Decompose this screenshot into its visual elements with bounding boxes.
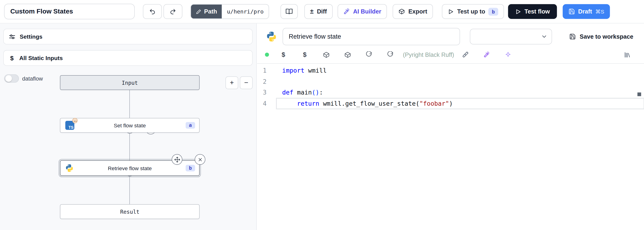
diff-button[interactable]: ± Diff bbox=[304, 4, 333, 19]
redo-button[interactable] bbox=[164, 4, 182, 19]
node-label: Retrieve flow state bbox=[60, 165, 199, 171]
windmill-flow-editor: Path u/henri/pro ± Diff AI Builder Expor… bbox=[0, 0, 644, 230]
zoom-out-button[interactable]: − bbox=[240, 76, 253, 89]
path-edit-button[interactable]: Path bbox=[191, 5, 222, 18]
result-node[interactable]: Result bbox=[60, 204, 200, 219]
save-to-workspace-label: Save to workspace bbox=[580, 33, 634, 40]
ai-builder-button[interactable]: AI Builder bbox=[338, 4, 387, 19]
settings-button[interactable]: Settings bbox=[3, 29, 253, 45]
flow-title-input[interactable] bbox=[4, 4, 135, 19]
step-editor-panel: Save to workspace $ $ (Pyright Black Ruf… bbox=[257, 24, 644, 230]
sparkles-icon bbox=[343, 8, 350, 15]
format-brush-button[interactable] bbox=[461, 50, 470, 59]
ai-wand-button[interactable] bbox=[482, 50, 491, 59]
move-node-button[interactable] bbox=[172, 154, 182, 165]
redo-icon bbox=[170, 8, 176, 15]
test-flow-label: Test flow bbox=[524, 8, 550, 15]
top-toolbar: Path u/henri/pro ± Diff AI Builder Expor… bbox=[0, 0, 644, 24]
draft-button[interactable]: Draft ⌘S bbox=[562, 4, 610, 19]
dollar-icon: $ bbox=[8, 55, 15, 62]
bun-icon bbox=[72, 118, 78, 123]
save-icon bbox=[569, 33, 576, 40]
node-badge: a bbox=[186, 122, 195, 128]
static-inputs-label: All Static Inputs bbox=[19, 55, 63, 61]
library-button[interactable] bbox=[622, 50, 632, 59]
play-icon bbox=[515, 8, 521, 15]
test-up-to-label: Test up to bbox=[457, 8, 485, 15]
typescript-icon: TS bbox=[66, 121, 74, 130]
overview-ruler-mark bbox=[638, 92, 641, 96]
step-header-row: Save to workspace bbox=[257, 24, 644, 48]
editor-toolbar: $ $ (Pyright Black Ruff) bbox=[257, 48, 644, 63]
book-icon bbox=[286, 8, 293, 15]
ai-sparkle-button[interactable] bbox=[504, 50, 512, 59]
dataflow-toggle-row: dataflow bbox=[4, 75, 43, 83]
path-group[interactable]: Path u/henri/pro bbox=[190, 4, 269, 19]
dataflow-toggle[interactable] bbox=[4, 75, 19, 83]
remove-node-button[interactable] bbox=[195, 154, 206, 165]
step-badge: b bbox=[488, 8, 498, 16]
path-label: Path bbox=[204, 8, 217, 15]
language-select[interactable] bbox=[470, 29, 552, 45]
test-up-to-button[interactable]: Test up to b bbox=[442, 4, 504, 19]
export-button[interactable]: Export bbox=[393, 4, 433, 19]
play-icon bbox=[448, 8, 454, 15]
python-icon bbox=[66, 164, 74, 172]
plus-minus-icon: ± bbox=[310, 8, 314, 15]
save-to-workspace-button[interactable]: Save to workspace bbox=[569, 33, 633, 40]
code-assistants-label: (Pyright Black Ruff) bbox=[403, 52, 454, 58]
ai-builder-label: AI Builder bbox=[353, 8, 381, 15]
docs-button[interactable] bbox=[280, 4, 298, 19]
export-label: Export bbox=[408, 8, 427, 15]
package-icon bbox=[398, 8, 405, 15]
code-editor[interactable]: 1234 import wmill def main(): return wmi… bbox=[257, 63, 644, 230]
input-node[interactable]: Input bbox=[60, 75, 200, 90]
editor-gutter: 1234 bbox=[257, 65, 276, 230]
settings-label: Settings bbox=[20, 33, 42, 40]
undo-icon bbox=[149, 8, 156, 15]
undo-button[interactable] bbox=[143, 4, 162, 19]
reload-button[interactable] bbox=[364, 50, 374, 59]
save-icon bbox=[568, 8, 575, 15]
set-flow-state-node[interactable]: TS Set flow state a bbox=[60, 118, 200, 133]
test-flow-button[interactable]: Test flow bbox=[508, 4, 557, 19]
variables-button[interactable]: $ bbox=[279, 50, 288, 59]
code-lines[interactable]: import wmill def main(): return wmill.ge… bbox=[276, 65, 644, 230]
flow-graph-panel: Settings $ All Static Inputs dataflow In… bbox=[0, 24, 256, 230]
reload-deps-button[interactable] bbox=[386, 50, 395, 59]
dataflow-label: dataflow bbox=[22, 75, 43, 82]
chevron-down-icon bbox=[541, 33, 548, 40]
package-button[interactable] bbox=[322, 50, 330, 59]
step-name-input[interactable] bbox=[283, 28, 460, 45]
pencil-icon bbox=[196, 9, 201, 14]
diff-label: Diff bbox=[317, 8, 327, 15]
flow-connector-line bbox=[129, 90, 130, 204]
sliders-icon bbox=[8, 33, 16, 40]
path-value: u/henri/pro bbox=[222, 5, 268, 18]
resources-button[interactable]: $ bbox=[300, 50, 309, 59]
package-lock-button[interactable] bbox=[343, 50, 352, 59]
draft-shortcut: ⌘S bbox=[595, 8, 604, 15]
static-inputs-button[interactable]: $ All Static Inputs bbox=[3, 50, 253, 66]
status-dot bbox=[265, 53, 269, 57]
draft-label: Draft bbox=[578, 8, 592, 15]
python-icon bbox=[266, 31, 277, 42]
node-badge: b bbox=[186, 165, 195, 171]
zoom-in-button[interactable]: + bbox=[226, 76, 238, 89]
node-label: Set flow state bbox=[60, 122, 199, 128]
